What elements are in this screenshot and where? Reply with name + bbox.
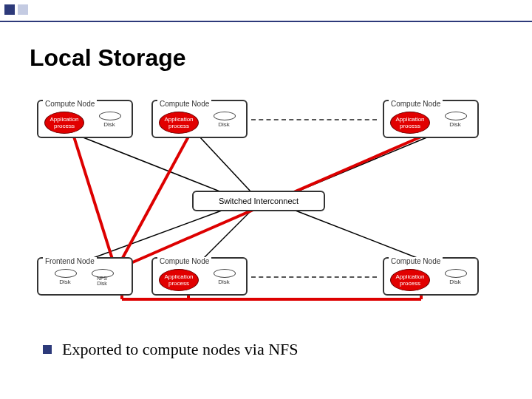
disk-icon: Disk — [214, 269, 234, 291]
application-process-icon: Application process — [44, 112, 84, 134]
svg-line-4 — [200, 211, 251, 262]
application-process-icon: Application process — [159, 112, 199, 134]
svg-line-3 — [81, 211, 222, 262]
switched-interconnect: Switched Interconnect — [192, 191, 325, 211]
node-title: Frontend Node — [43, 257, 97, 265]
disk-icon: Disk — [55, 269, 75, 291]
disk-icon: Disk — [99, 112, 120, 134]
svg-line-2 — [296, 137, 429, 192]
node-title: Compute Node — [157, 100, 211, 108]
bullet-item: Exported to compute nodes via NFS — [43, 340, 299, 359]
slide-header-bar — [0, 0, 532, 22]
bullet-square-icon — [43, 345, 52, 354]
compute-node: Compute Node Application process Disk — [383, 257, 479, 296]
nfs-disk-icon: NFS Disk — [92, 269, 112, 291]
compute-node: Compute Node Application process Disk — [151, 257, 248, 296]
disk-icon: Disk — [445, 269, 466, 291]
ellipsis-line — [251, 119, 377, 120]
compute-node: Compute Node Application process Disk — [383, 100, 479, 138]
node-title: Compute Node — [389, 257, 443, 265]
slide-title: Local Storage — [30, 44, 186, 72]
node-title: Compute Node — [389, 100, 443, 108]
node-title: Compute Node — [157, 257, 211, 265]
ellipsis-line — [251, 276, 377, 278]
node-title: Compute Node — [43, 100, 97, 108]
application-process-icon: Application process — [159, 269, 199, 291]
svg-line-1 — [200, 137, 251, 192]
svg-line-6 — [74, 137, 115, 266]
svg-line-7 — [118, 137, 188, 266]
nfs-disk-label: NFS Disk — [92, 276, 112, 286]
diagram-container: Compute Node Application process Disk Co… — [30, 96, 502, 318]
compute-node: Compute Node Application process Disk — [37, 100, 133, 138]
decor-square-light — [18, 4, 28, 15]
application-process-icon: Application process — [390, 269, 430, 291]
disk-icon: Disk — [214, 112, 234, 134]
decor-square-dark — [4, 4, 15, 15]
compute-node: Compute Node Application process Disk — [151, 100, 248, 138]
bullet-text: Exported to compute nodes via NFS — [62, 340, 299, 359]
disk-icon: Disk — [445, 112, 466, 134]
svg-line-0 — [81, 137, 222, 192]
frontend-node: Frontend Node Disk NFS Disk — [37, 257, 133, 296]
application-process-icon: Application process — [390, 112, 430, 134]
svg-line-5 — [296, 211, 429, 262]
